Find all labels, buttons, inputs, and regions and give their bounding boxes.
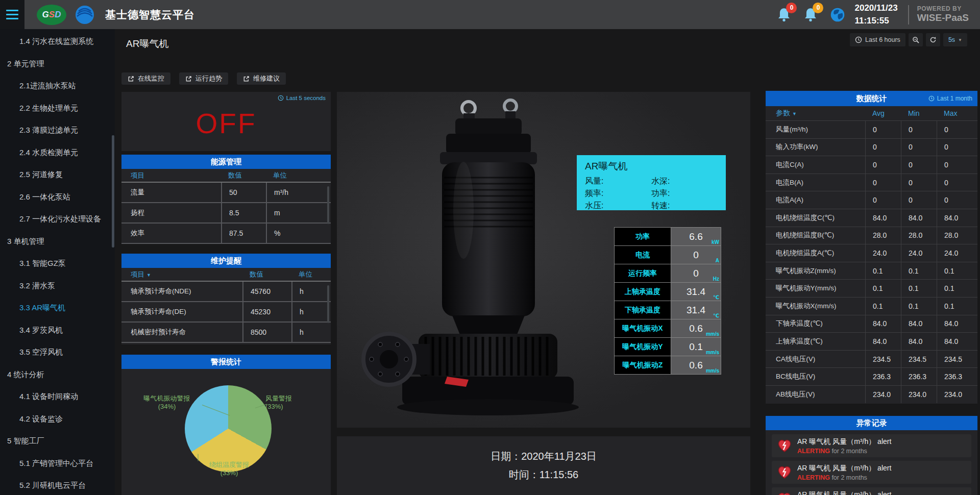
refresh-icon (929, 36, 937, 43)
metric-unit: ℃ (713, 313, 719, 318)
alarm-stats-panel: 警报统计 曝气机振动警报 (34%) 风量警报 (33%) 绕组温度警报 (33… (121, 355, 331, 495)
table-row: 流量 50 m³/h (121, 183, 331, 203)
sidebar-item[interactable]: 3 单机管理 (0, 230, 115, 253)
sort-caret-icon: ▼ (146, 273, 151, 278)
sidebar-item[interactable]: 4.1 设备时间稼动 (0, 385, 115, 408)
clock-icon (855, 36, 862, 43)
broken-heart-icon (777, 465, 792, 480)
device-info-field: 风量: (585, 176, 651, 187)
panel-scrollbar[interactable] (327, 186, 329, 224)
dashboard-link-button[interactable]: 运行趋势 (179, 72, 228, 85)
metric-row: 曝气机振动X 0.6 mm/s (614, 319, 721, 337)
sidebar-item[interactable]: 4.2 设备监诊 (0, 408, 115, 430)
sidebar-item[interactable]: 2 单元管理 (0, 53, 115, 75)
metric-row: 曝气机振动Z 0.6 mm/s (614, 356, 721, 374)
sidebar-item[interactable]: 2.2 生物处理单元 (0, 97, 115, 119)
sidebar-item[interactable]: 3.3 AR曝气机 (0, 296, 115, 319)
alert-item[interactable]: AR 曝气机 风量（m³/h） alert ALERTING for 2 mon… (772, 461, 971, 484)
energy-table: 流量 50 m³/h 扬程 8.5 m 效率 87.5 % (121, 183, 331, 244)
alert-duration: for 2 months (831, 448, 867, 455)
aerator-photo (342, 93, 633, 425)
run-status-value: OFF (121, 107, 331, 140)
alert-item[interactable]: AR 曝气机 风量（m³/h） alert ALERTING for 2 mon… (772, 434, 971, 457)
alert-item[interactable]: AR 曝气机 风量（m³/h） alert ALERTING for 2 mon… (772, 487, 971, 495)
alert-title: AR 曝气机 风量（m³/h） alert (797, 490, 891, 495)
time-range-picker[interactable]: Last 6 hours (850, 33, 905, 46)
refresh-interval-picker[interactable]: 5s ▼ (943, 33, 967, 46)
sidebar-item[interactable]: 1.4 污水在线监测系统 (0, 30, 115, 53)
table-header: 参数▼ Avg Min Max (766, 106, 977, 120)
device-info-field: 水深: (651, 176, 718, 187)
menu-toggle-button[interactable] (0, 0, 24, 29)
sidebar-item[interactable]: 3.1 智能GZ泵 (0, 252, 115, 275)
metric-row: 运行频率 0 Hz (614, 264, 721, 282)
sidebar-item[interactable]: 4 统计分析 (0, 363, 115, 386)
dashboard-link-button[interactable]: 维修建议 (237, 72, 286, 85)
sidebar-item[interactable]: 2.3 薄膜过滤单元 (0, 119, 115, 141)
dashboard-link-button[interactable]: 在线监控 (121, 72, 170, 85)
sidebar-item[interactable]: 2.6 一体化泵站 (0, 186, 115, 208)
header-time: 11:15:55 (854, 15, 897, 28)
metric-value: 0.1 mm/s (671, 337, 721, 356)
pie-callout-line (198, 454, 199, 461)
sidebar-item[interactable]: 2.5 河道修复 (0, 163, 115, 186)
sidebar-item[interactable]: 2.4 水质检测单元 (0, 141, 115, 164)
date-text: 日期：2020年11月23日 (491, 450, 597, 463)
gsd-logo: GSD (37, 5, 66, 25)
alarm-bell-2[interactable]: 0 (803, 7, 819, 22)
table-row: 曝气机振动Y(mm/s) 0.1 0.1 0.1 (766, 279, 977, 297)
sidebar-item[interactable]: 5 智能工厂 (0, 430, 115, 452)
metric-label: 功率 (614, 227, 671, 245)
water-wave-logo (75, 5, 95, 25)
header-divider (908, 5, 909, 24)
dashboard-links: 在线监控 运行趋势 维修建议 (121, 72, 286, 85)
sidebar-item[interactable]: 2.7 一体化污水处理设备 (0, 208, 115, 230)
header-datetime: 2020/11/23 11:15:55 (854, 2, 897, 27)
table-row: 机械密封预计寿命 8500 h (121, 323, 331, 343)
data-stats-panel: 数据统计 Last 1 month 参数▼ Avg Min Max 风量(m³/… (766, 91, 977, 404)
zoom-out-button[interactable] (909, 33, 923, 46)
alarm-bell-1[interactable]: 0 (777, 7, 792, 22)
panel-scrollbar[interactable] (327, 285, 329, 323)
table-row: 电机绕组温度B(℃) 28.0 28.0 28.0 (766, 227, 977, 244)
metric-value: 0.6 mm/s (671, 356, 721, 374)
table-row: 扬程 8.5 m (121, 203, 331, 224)
alert-title: AR 曝气机 风量（m³/h） alert (797, 464, 891, 473)
table-row: 电流B(A) 0 0 0 (766, 174, 977, 191)
table-row: 输入功率(kW) 0 0 0 (766, 138, 977, 156)
live-metrics-table: 功率 6.6 kW 电流 0 A (614, 227, 721, 375)
pie-label-winding: 绕组温度警报 (33%) (196, 461, 262, 477)
broken-heart-icon (777, 491, 792, 495)
alert-list: AR 曝气机 风量（m³/h） alert ALERTING for 2 mon… (766, 430, 977, 495)
alert-title: AR 曝气机 风量（m³/h） alert (797, 437, 891, 447)
metric-row: 电流 0 A (614, 245, 721, 264)
globe-icon[interactable] (830, 7, 845, 22)
energy-panel: 能源管理 项目 数值 单位 流量 50 m³/h 扬程 8.5 (121, 155, 331, 244)
metric-label: 曝气机振动Z (614, 356, 671, 374)
device-info-field: 水压: (585, 201, 651, 211)
metric-label: 上轴承温度 (614, 282, 671, 301)
table-row: 电流C(A) 0 0 0 (766, 156, 977, 174)
sidebar-item[interactable]: 5.2 川研机电云平台 (0, 474, 115, 495)
alert-status: ALERTING (797, 474, 830, 481)
metric-row: 下轴承温度 31.4 ℃ (614, 301, 721, 319)
sidebar-item[interactable]: 2.1进流抽水泵站 (0, 75, 115, 97)
sidebar-scrollbar[interactable] (112, 135, 114, 247)
sidebar-item[interactable]: 3.5 空浮风机 (0, 341, 115, 363)
device-image-panel: AR曝气机 风量:水深:频率:功率:水压:转速: 功率 6.6 kW (337, 92, 750, 428)
sidebar-item[interactable]: 3.4 罗茨风机 (0, 319, 115, 341)
sidebar-item[interactable]: 5.1 产销管理中心平台 (0, 452, 115, 475)
refresh-button[interactable] (926, 33, 940, 46)
metric-unit: mm/s (706, 350, 719, 355)
sidebar-item[interactable]: 3.2 潜水泵 (0, 275, 115, 297)
dashboard-root: GSD 基士德智慧云平台 0 0 (0, 0, 980, 495)
main-content: AR曝气机 Last 6 hours 5s ▼ 在线监控 (115, 29, 980, 495)
table-row: 电机绕组温度A(℃) 24.0 24.0 24.0 (766, 244, 977, 262)
table-header: 项目 数值 单位 (121, 169, 331, 183)
metric-unit: mm/s (706, 368, 719, 374)
metric-row: 上轴承温度 31.4 ℃ (614, 282, 721, 301)
metric-row: 功率 6.6 kW (614, 227, 721, 245)
metric-unit: Hz (713, 276, 719, 282)
table-row: 效率 87.5 % (121, 224, 331, 244)
table-row: 风量(m³/h) 0 0 0 (766, 120, 977, 138)
